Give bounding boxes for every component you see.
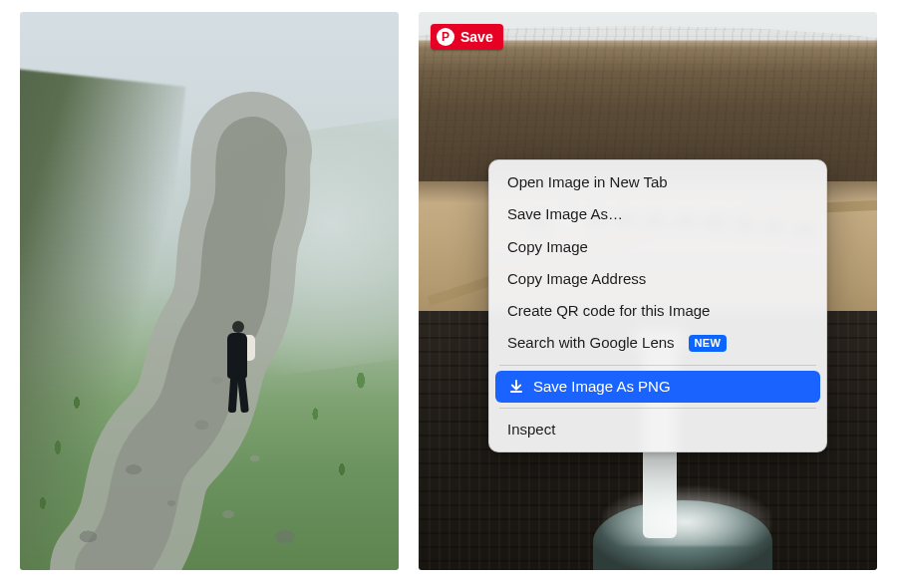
ctx-item-label: Create QR code for this Image bbox=[507, 301, 710, 321]
download-icon bbox=[507, 378, 525, 396]
ctx-open-new-tab[interactable]: Open Image in New Tab bbox=[495, 166, 820, 198]
photo-left[interactable] bbox=[20, 12, 399, 570]
ctx-item-label: Save Image As PNG bbox=[533, 377, 671, 397]
waterfall-mist bbox=[602, 486, 771, 546]
ctx-separator bbox=[499, 365, 816, 366]
ctx-copy-image-address[interactable]: Copy Image Address bbox=[495, 263, 820, 295]
new-badge: NEW bbox=[689, 335, 728, 352]
context-menu: Open Image in New Tab Save Image As… Cop… bbox=[488, 159, 827, 452]
ctx-save-image-as-png[interactable]: Save Image As PNG bbox=[495, 371, 820, 403]
ctx-copy-image[interactable]: Copy Image bbox=[495, 231, 820, 263]
ctx-inspect[interactable]: Inspect bbox=[495, 414, 820, 445]
ctx-separator bbox=[499, 408, 816, 409]
ctx-item-label: Search with Google Lens bbox=[507, 333, 675, 353]
ctx-item-label: Inspect bbox=[507, 420, 555, 440]
pinterest-save-button[interactable]: P Save bbox=[431, 24, 503, 50]
ctx-save-image-as[interactable]: Save Image As… bbox=[495, 198, 820, 230]
stage: P Save Open Image in New Tab Save Image … bbox=[0, 0, 897, 588]
pinterest-icon: P bbox=[437, 28, 454, 46]
ctx-google-lens[interactable]: Search with Google Lens NEW bbox=[495, 327, 820, 359]
ctx-item-label: Save Image As… bbox=[507, 204, 623, 224]
pinterest-save-label: Save bbox=[460, 29, 493, 45]
grass-tufts bbox=[20, 12, 399, 570]
ctx-item-label: Copy Image bbox=[507, 237, 588, 257]
hiker-figure bbox=[217, 311, 257, 421]
ctx-item-label: Copy Image Address bbox=[507, 269, 646, 289]
ctx-item-label: Open Image in New Tab bbox=[507, 172, 668, 192]
ctx-create-qr[interactable]: Create QR code for this Image bbox=[495, 295, 820, 327]
